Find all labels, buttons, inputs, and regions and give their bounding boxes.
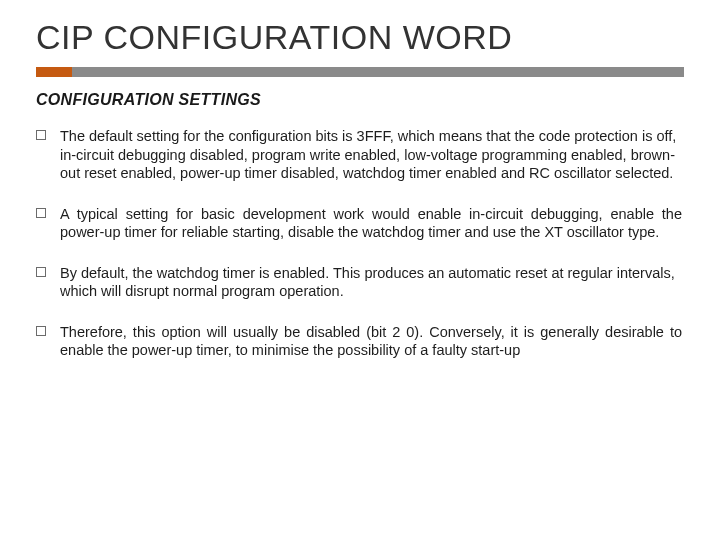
title-bar-rest [72, 67, 684, 77]
list-item: By default, the watchdog timer is enable… [36, 264, 682, 301]
slide: CIP CONFIGURATION WORD CONFIGURATION SET… [0, 0, 720, 540]
bullet-text: Therefore, this option will usually be d… [60, 323, 682, 360]
title-bar [36, 67, 684, 77]
list-item: Therefore, this option will usually be d… [36, 323, 682, 360]
bullet-text: The default setting for the configuratio… [60, 127, 682, 183]
list-item: The default setting for the configuratio… [36, 127, 682, 183]
square-bullet-icon [36, 267, 46, 277]
square-bullet-icon [36, 130, 46, 140]
bullet-text: By default, the watchdog timer is enable… [60, 264, 682, 301]
list-item: A typical setting for basic development … [36, 205, 682, 242]
square-bullet-icon [36, 326, 46, 336]
title-bar-accent [36, 67, 72, 77]
subheading: CONFIGURATION SETTINGS [36, 91, 684, 109]
page-title: CIP CONFIGURATION WORD [36, 18, 684, 57]
square-bullet-icon [36, 208, 46, 218]
bullet-list: The default setting for the configuratio… [36, 127, 684, 360]
bullet-text: A typical setting for basic development … [60, 205, 682, 242]
